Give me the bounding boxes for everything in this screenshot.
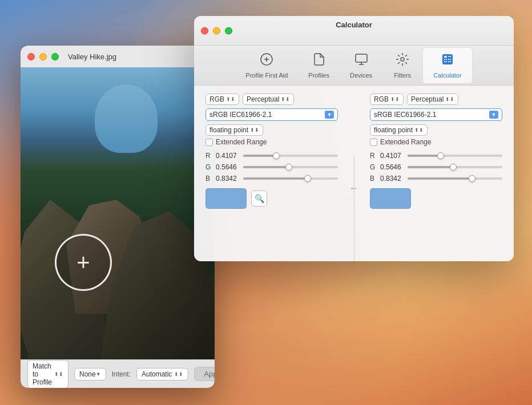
right-r-label: R — [370, 152, 376, 160]
left-profile-row: sRGB IEC61966-2.1 ▼ — [205, 108, 338, 121]
none-select[interactable]: None ▼ — [74, 368, 106, 380]
right-b-row: B 0.8342 — [370, 175, 502, 183]
right-colorspace-label: RGB — [374, 95, 389, 103]
calc-window: Calculator Profile First Aid Profi — [194, 16, 514, 261]
close-button-image[interactable] — [27, 53, 35, 60]
left-profile-btn-icon: ▼ — [327, 112, 332, 118]
right-extended-range-checkbox[interactable] — [370, 139, 377, 146]
right-profile-button[interactable]: ▼ — [489, 111, 498, 119]
close-button-calc[interactable] — [201, 27, 208, 34]
intent-chevron: ⬆⬇ — [174, 371, 183, 377]
left-r-value: 0.4107 — [216, 152, 239, 160]
left-extended-range-checkbox[interactable] — [205, 139, 213, 146]
match-profile-chevron: ⬆⬇ — [54, 371, 63, 377]
match-profile-select[interactable]: Match to Profile ⬆⬇ — [27, 360, 68, 388]
left-intent-label: Perceptual — [247, 95, 279, 103]
apply-button[interactable]: Apply — [194, 367, 215, 381]
svg-rect-3 — [356, 54, 367, 62]
svg-rect-17 — [448, 61, 449, 62]
plus-icon: + — [76, 251, 90, 274]
toolbar-label-profiles: Profiles — [308, 72, 329, 79]
right-colorspace-chevron: ⬆⬇ — [390, 96, 400, 102]
calc-main-content: RGB ⬆⬇ Perceptual ⬆⬇ sRGB IEC61966-2.1 ▼ — [194, 86, 514, 217]
left-colorspace-chevron: ⬆⬇ — [226, 96, 235, 102]
left-search-button[interactable]: 🔍 — [251, 191, 267, 206]
toolbar-label-calculator: Calculator — [433, 72, 462, 79]
left-r-row: R 0.4107 — [205, 152, 338, 160]
circle-plus-overlay[interactable]: + — [55, 234, 112, 291]
svg-rect-15 — [444, 61, 445, 62]
left-b-value: 0.8342 — [216, 175, 239, 183]
left-b-thumb[interactable] — [304, 175, 311, 182]
left-depth-chevron: ⬆⬇ — [250, 127, 259, 133]
left-profile-button[interactable]: ▼ — [325, 111, 334, 119]
toolbar-item-devices[interactable]: Devices — [340, 48, 382, 83]
svg-rect-11 — [444, 59, 445, 60]
profiles-icon — [312, 52, 326, 70]
right-r-slider[interactable] — [408, 155, 502, 157]
left-intent-dropdown[interactable]: Perceptual ⬆⬇ — [243, 94, 294, 105]
left-r-slider[interactable] — [243, 155, 338, 157]
none-chevron: ▼ — [96, 371, 101, 377]
calculator-icon — [441, 52, 454, 70]
left-g-thumb[interactable] — [285, 164, 292, 171]
left-colorspace-label: RGB — [209, 95, 224, 103]
right-depth-chevron: ⬆⬇ — [414, 127, 424, 133]
image-bottom-bar: Match to Profile ⬆⬇ None ▼ Intent: Autom… — [21, 359, 215, 388]
svg-rect-9 — [448, 56, 449, 57]
calc-toolbar: Profile First Aid Profiles Devices — [194, 46, 514, 86]
calc-window-title: Calculator — [336, 21, 372, 29]
left-panel-row1: RGB ⬆⬇ Perceptual ⬆⬇ — [205, 94, 338, 105]
left-g-label: G — [205, 163, 211, 171]
search-icon: 🔍 — [255, 194, 264, 203]
right-r-thumb[interactable] — [437, 152, 444, 159]
toolbar-item-calculator[interactable]: Calculator — [422, 47, 473, 84]
maximize-button-image[interactable] — [51, 53, 59, 60]
maximize-button-calc[interactable] — [225, 27, 232, 34]
right-g-row: G 0.5646 — [370, 163, 502, 171]
right-g-thumb[interactable] — [450, 164, 457, 171]
rock-scene — [21, 67, 215, 359]
left-panel: RGB ⬆⬇ Perceptual ⬆⬇ sRGB IEC61966-2.1 ▼ — [205, 94, 338, 209]
right-b-slider[interactable] — [408, 177, 502, 180]
right-intent-chevron: ⬆⬇ — [445, 96, 454, 102]
left-r-thumb[interactable] — [273, 152, 280, 159]
left-profile-field[interactable]: sRGB IEC61966-2.1 ▼ — [205, 108, 338, 121]
right-g-slider[interactable] — [408, 166, 502, 168]
left-swatch-row: 🔍 — [205, 188, 338, 209]
image-content: + — [21, 67, 215, 359]
right-g-label: G — [370, 163, 376, 171]
right-profile-field[interactable]: sRGB IEC61966-2.1 ▼ — [370, 108, 502, 121]
toolbar-item-profile-first-aid[interactable]: Profile First Aid — [235, 48, 298, 83]
right-colorspace-dropdown[interactable]: RGB ⬆⬇ — [370, 94, 404, 105]
left-colorspace-dropdown[interactable]: RGB ⬆⬇ — [205, 94, 239, 105]
minimize-button-calc[interactable] — [213, 27, 220, 34]
intent-select[interactable]: Automatic ⬆⬇ — [136, 368, 188, 380]
left-extended-range-label: Extended Range — [216, 138, 267, 146]
right-b-thumb[interactable] — [469, 175, 475, 182]
toolbar-item-filters[interactable]: Filters — [382, 48, 422, 83]
right-depth-dropdown[interactable]: floating point ⬆⬇ — [370, 124, 428, 136]
minimize-button-image[interactable] — [39, 53, 47, 60]
left-b-slider[interactable] — [243, 177, 338, 180]
svg-rect-16 — [446, 61, 447, 62]
left-extended-range-row: Extended Range — [205, 138, 338, 146]
left-r-label: R — [205, 152, 211, 160]
svg-rect-18 — [450, 61, 451, 62]
none-label: None — [79, 370, 96, 378]
profile-first-aid-icon — [260, 52, 273, 70]
right-color-swatch[interactable] — [370, 188, 411, 209]
svg-rect-10 — [450, 56, 451, 57]
left-b-fill — [243, 177, 308, 180]
toolbar-item-profiles[interactable]: Profiles — [298, 48, 340, 83]
left-intent-chevron: ⬆⬇ — [281, 96, 290, 102]
right-b-fill — [408, 177, 472, 180]
left-g-slider[interactable] — [243, 166, 338, 168]
automatic-label: Automatic — [142, 370, 172, 378]
right-intent-dropdown[interactable]: Perceptual ⬆⬇ — [407, 94, 458, 105]
toolbar-label-devices: Devices — [350, 72, 372, 79]
right-profile-row: sRGB IEC61966-2.1 ▼ — [370, 108, 502, 121]
sky-hole — [95, 84, 158, 153]
left-color-swatch[interactable] — [205, 188, 247, 209]
left-depth-dropdown[interactable]: floating point ⬆⬇ — [205, 124, 263, 136]
